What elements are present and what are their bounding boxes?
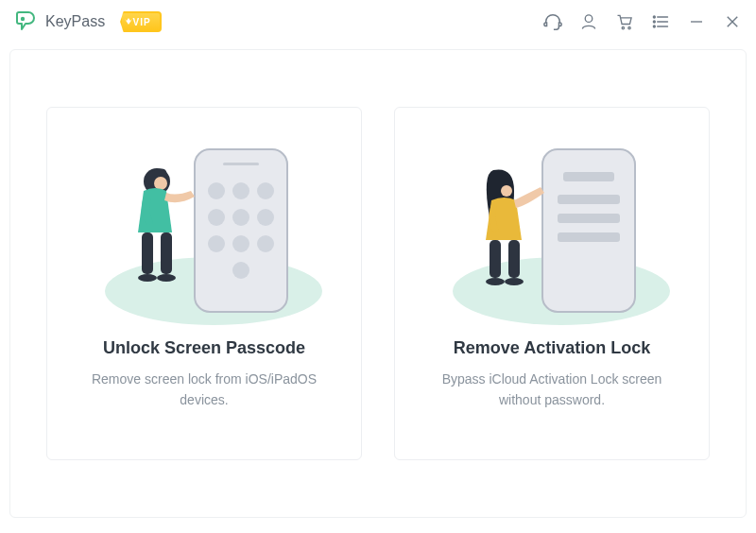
svg-point-30 — [138, 274, 157, 282]
unlock-passcode-card[interactable]: Unlock Screen Passcode Remove screen loc… — [46, 107, 362, 460]
user-icon[interactable] — [578, 11, 599, 32]
svg-point-16 — [208, 182, 225, 199]
svg-point-20 — [232, 209, 249, 226]
svg-point-21 — [257, 209, 274, 226]
vip-badge[interactable]: VIP — [120, 11, 162, 32]
unlock-illustration — [66, 132, 342, 331]
svg-rect-29 — [161, 232, 172, 274]
app-logo-icon — [15, 11, 36, 32]
brand: KeyPass VIP — [15, 11, 162, 32]
svg-rect-15 — [223, 163, 259, 165]
window-controls — [542, 11, 743, 32]
remove-title: Remove Activation Lock — [454, 338, 650, 358]
svg-point-4 — [653, 16, 655, 18]
remove-activation-card[interactable]: Remove Activation Lock Bypass iCloud Act… — [394, 107, 710, 460]
svg-rect-28 — [142, 232, 153, 274]
svg-rect-36 — [558, 214, 620, 223]
minimize-icon[interactable] — [686, 11, 707, 32]
svg-point-31 — [157, 274, 176, 282]
title-bar: KeyPass VIP — [0, 0, 756, 43]
svg-rect-40 — [508, 240, 520, 278]
app-name: KeyPass — [45, 13, 105, 30]
close-icon[interactable] — [722, 11, 743, 32]
svg-point-27 — [154, 177, 167, 190]
svg-point-42 — [505, 278, 524, 285]
svg-point-19 — [208, 209, 225, 226]
svg-point-24 — [257, 235, 274, 252]
svg-point-0 — [21, 17, 25, 21]
main-panel: Unlock Screen Passcode Remove screen loc… — [9, 49, 747, 518]
svg-point-2 — [622, 27, 624, 29]
headset-icon[interactable] — [542, 11, 563, 32]
remove-illustration — [414, 132, 690, 331]
svg-point-18 — [257, 182, 274, 199]
svg-rect-14 — [195, 149, 287, 312]
svg-rect-39 — [490, 240, 501, 278]
svg-point-3 — [628, 27, 630, 29]
remove-desc: Bypass iCloud Activation Lock screen wit… — [429, 370, 675, 410]
svg-point-38 — [501, 185, 512, 197]
unlock-desc: Remove screen lock from iOS/iPadOS devic… — [81, 370, 327, 410]
svg-point-17 — [232, 182, 249, 199]
svg-rect-35 — [558, 195, 620, 204]
svg-rect-34 — [563, 172, 614, 181]
unlock-title: Unlock Screen Passcode — [103, 338, 305, 358]
cart-icon[interactable] — [614, 11, 635, 32]
svg-point-25 — [232, 262, 249, 279]
svg-point-6 — [653, 21, 655, 23]
vip-label: VIP — [133, 17, 151, 27]
svg-point-23 — [232, 235, 249, 252]
menu-icon[interactable] — [650, 11, 671, 32]
svg-rect-37 — [558, 232, 620, 242]
svg-point-41 — [486, 278, 505, 285]
svg-point-1 — [585, 15, 593, 23]
svg-point-8 — [653, 26, 655, 27]
svg-point-22 — [208, 235, 225, 252]
